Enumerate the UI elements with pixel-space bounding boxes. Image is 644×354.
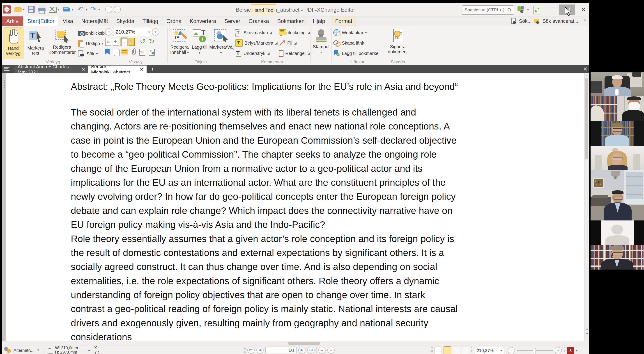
rotate-left-icon[interactable]: ↺	[140, 37, 146, 45]
ui-options-icon[interactable]	[518, 6, 525, 13]
quickstart-search[interactable]	[462, 5, 514, 15]
menu-format[interactable]: Format	[332, 16, 356, 26]
menu-notera-mat[interactable]: Notera|Mät	[78, 16, 112, 26]
hand-tool-button[interactable]: Hand verktyg	[3, 27, 24, 59]
vertical-scrollbar[interactable]: ▲ ▼ ▣	[584, 73, 589, 341]
fullscreen-icon[interactable]	[533, 6, 542, 14]
clipboard-button[interactable]: Urklipp▾	[78, 39, 103, 48]
tab-bersick-michalski[interactable]: Bersick Michalski_abstract✕	[88, 65, 146, 73]
participant-video-6[interactable]	[590, 220, 644, 245]
tab-close-icon[interactable]: ✕	[140, 67, 144, 72]
menu-hjalp[interactable]: Hjälp	[309, 16, 329, 26]
participant-video-5[interactable]	[590, 170, 644, 220]
fit-visible-icon[interactable]: ✣	[128, 38, 135, 47]
scroll-page-icon[interactable]: ▣	[585, 327, 589, 332]
horizontal-scroll-thumb[interactable]	[288, 342, 320, 345]
select-text-button[interactable]: T Markera text	[24, 27, 47, 59]
rectangle-tool-button[interactable]: Rektangel◢	[279, 49, 310, 58]
zoom-in-status-icon[interactable]: +	[555, 347, 562, 354]
scroll-up-icon[interactable]: ▲	[585, 73, 589, 78]
first-page-icon[interactable]: ⏮	[247, 347, 254, 354]
adobe-dropdown[interactable]: ▾	[576, 349, 578, 353]
edit-comments-button[interactable]: Redigera Kommentarer	[48, 27, 76, 59]
sign-document-button[interactable]: Signera dokument	[385, 27, 410, 59]
current-tool-tab[interactable]: Hand Tool	[251, 3, 276, 17]
zoom-level-field[interactable]: 210,27%▾	[113, 28, 152, 36]
participant-video-1[interactable]	[590, 72, 644, 96]
search-menu-item[interactable]: Sök...	[519, 18, 532, 24]
edit-content-button[interactable]: T≡ Redigera Innehåll ▾	[169, 27, 190, 59]
select-objects-button[interactable]: Markera/Välj ▾	[209, 27, 233, 59]
adobe-reader-icon[interactable]: λ	[567, 347, 574, 354]
weblinks-button[interactable]: Weblänkar▾	[333, 28, 382, 37]
menu-ordna[interactable]: Ordna	[163, 16, 185, 26]
zoom-out-icon[interactable]: −	[105, 28, 112, 36]
zoom-in-icon[interactable]: +	[152, 28, 159, 36]
menu-konvertera[interactable]: Konvertera	[186, 16, 220, 26]
options-menu[interactable]: Alternativ...	[14, 348, 35, 353]
menu-granska[interactable]: Granska	[245, 16, 272, 26]
menu-skydda[interactable]: Skydda	[112, 16, 138, 26]
menu-tillagg[interactable]: Tillägg	[139, 16, 162, 26]
quickstart-input[interactable]	[464, 6, 506, 13]
vertical-scroll-thumb[interactable]	[585, 78, 588, 159]
close-pane-button[interactable]: ✕	[582, 65, 589, 73]
fit-page-icon[interactable]: ✣	[113, 38, 119, 47]
zoom-slider-thumb[interactable]	[533, 348, 536, 354]
participant-video-3[interactable]	[590, 121, 644, 146]
tab-menu-icon[interactable]	[4, 67, 10, 71]
menu-visa[interactable]: Visa	[59, 16, 77, 26]
scroll-down-icon[interactable]: ▼	[585, 332, 589, 336]
single-page-layout-icon[interactable]	[434, 347, 442, 354]
two-page-continuous-layout-icon[interactable]	[462, 347, 469, 354]
snapshot-button[interactable]: Ögonblicksbild	[78, 28, 103, 38]
tab-close-icon[interactable]: ✕	[82, 67, 85, 72]
participant-video-7[interactable]	[590, 245, 644, 270]
minimize-button[interactable]: –	[545, 5, 560, 14]
thumbnails-panel-icon[interactable]	[113, 49, 118, 56]
typewriter-button[interactable]: T ▪▪▪ Skrivmaskin◢	[236, 28, 278, 37]
properties-panel-icon[interactable]: ≋	[149, 49, 155, 57]
fit-width-icon[interactable]: ↔	[120, 37, 128, 46]
menu-start-editor[interactable]: Start|Editor	[24, 16, 58, 26]
close-button[interactable]: ✕	[576, 5, 591, 14]
bookmarks-panel-icon[interactable]	[105, 49, 110, 55]
two-page-layout-icon[interactable]	[453, 347, 460, 354]
new-tab-button[interactable]: +	[149, 65, 156, 73]
add-content-button[interactable]: T + Lägg till ▾	[191, 27, 208, 59]
zoom-level-field-status[interactable]: 210,27%▾	[474, 347, 504, 354]
zoom-slider[interactable]	[517, 351, 553, 351]
horizontal-scrollbar[interactable]	[6, 341, 584, 346]
view-forward-icon[interactable]: →	[328, 347, 335, 354]
zoom-out-status-icon[interactable]: −	[508, 347, 515, 354]
left-pane-grip[interactable]	[2, 73, 6, 341]
last-page-icon[interactable]: ⏭	[307, 347, 314, 354]
menu-server[interactable]: Server	[221, 16, 244, 26]
ui-options-dropdown[interactable]: ▾	[527, 8, 529, 11]
highlight-text-button[interactable]: T Belys/Markera◢	[236, 38, 278, 48]
rotate-right-icon[interactable]: ↻	[149, 37, 154, 45]
view-back-icon[interactable]: ←	[318, 347, 326, 354]
add-bookmark-button[interactable]: + Lägg till bokmärke	[333, 49, 382, 58]
fit-actual-size-icon[interactable]: 1:1	[105, 38, 112, 47]
continuous-layout-icon[interactable]	[444, 346, 451, 354]
arrow-tool-button[interactable]: Pil◢	[279, 38, 310, 48]
content-panel-icon[interactable]: T≡	[139, 49, 145, 57]
create-link-button[interactable]: Skapa länk	[333, 38, 382, 48]
page-number-field[interactable]: 1/1	[266, 347, 296, 354]
next-page-icon[interactable]: ▶	[298, 347, 306, 354]
tab-abstract-anna-charles[interactable]: Abstract Anna + Charles May 2021✕	[14, 65, 88, 73]
menu-bokmarken[interactable]: Bokmärken	[274, 16, 308, 26]
collapse-ribbon-chevron[interactable]: ^	[584, 19, 586, 24]
participant-video-4[interactable]	[590, 146, 644, 170]
underline-text-button[interactable]: T Understryk◢	[236, 49, 278, 58]
advanced-search-menu-item[interactable]: Sök avancerat...	[542, 18, 578, 24]
sticky-note-button[interactable]: Anteckning◢	[279, 28, 310, 37]
options-dropdown[interactable]: ▾	[38, 348, 39, 352]
previous-page-icon[interactable]: ◀	[256, 347, 264, 354]
comments-panel-icon[interactable]	[121, 49, 128, 54]
find-button[interactable]: Sök▾	[78, 49, 103, 59]
stamp-button[interactable]: Stämpel ▾	[312, 27, 330, 59]
participant-video-2[interactable]	[590, 96, 644, 121]
attachments-panel-icon[interactable]	[131, 48, 137, 56]
